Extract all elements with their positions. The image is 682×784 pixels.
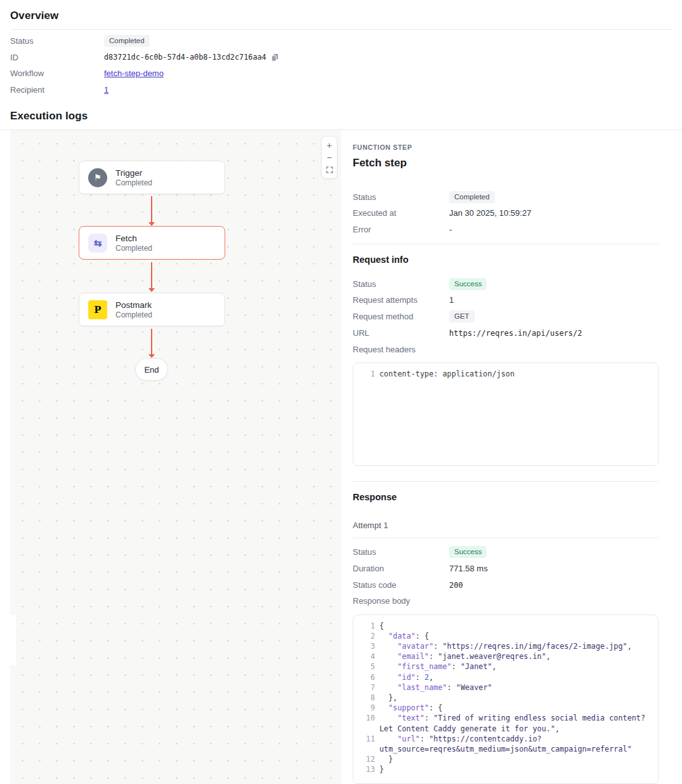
zoom-out-button[interactable]: − bbox=[324, 152, 335, 163]
duration-label: Duration bbox=[353, 564, 449, 573]
workflow-link[interactable]: fetch-step-demo bbox=[104, 69, 164, 78]
request-info-heading: Request info bbox=[353, 255, 659, 265]
fit-view-icon[interactable] bbox=[324, 164, 335, 176]
execution-logs-section: ⚑ Trigger Completed ⇆ Fetch Completed P … bbox=[0, 130, 682, 784]
url-label: URL bbox=[353, 328, 449, 338]
status-badge: Completed bbox=[104, 35, 150, 47]
code-line: utm_source=reqres&utm_medium=json&utm_ca… bbox=[362, 744, 650, 754]
attempt-label: Attempt 1 bbox=[353, 521, 659, 530]
request-info-rows: Status Success Request attempts 1 Reques… bbox=[353, 276, 659, 357]
code-line: 1{ bbox=[362, 621, 650, 631]
code-line: 10 "text": "Tired of writing endless soc… bbox=[362, 713, 650, 723]
node-title: Postmark bbox=[115, 300, 152, 310]
copy-icon[interactable] bbox=[271, 53, 279, 62]
zoom-in-button[interactable]: + bbox=[324, 140, 335, 151]
response-body-code-block: 1{2 "data": {3 "avatar": "https://reqres… bbox=[353, 615, 659, 784]
url-value: https://reqres.in/api/users/2 bbox=[449, 329, 582, 338]
divider bbox=[353, 481, 659, 482]
overview-id-row: ID d83721dc-6c0b-57d4-a0b8-13cd2c716aa4 bbox=[10, 50, 672, 66]
response-body-label: Response body bbox=[353, 596, 449, 606]
flow-node-end[interactable]: End bbox=[135, 358, 168, 381]
code-line: Let Content Caddy generate it for you.", bbox=[362, 724, 650, 734]
code-line: 1content-type: application/json bbox=[362, 369, 650, 379]
code-line: 3 "avatar": "https://reqres.in/img/faces… bbox=[362, 641, 650, 651]
overview-workflow-row: Workflow fetch-step-demo bbox=[10, 65, 672, 82]
swap-arrows-icon: ⇆ bbox=[88, 234, 107, 253]
workflow-label: Workflow bbox=[10, 69, 104, 78]
request-headers-code-block: 1content-type: application/json bbox=[353, 362, 659, 466]
overview-recipient-row: Recipient 1 bbox=[10, 82, 672, 98]
request-status-label: Status bbox=[353, 279, 449, 289]
workflow-canvas[interactable]: ⚑ Trigger Completed ⇆ Fetch Completed P … bbox=[10, 130, 341, 784]
node-status: Completed bbox=[115, 310, 152, 320]
code-line: 6 "id": 2, bbox=[362, 672, 650, 682]
request-attempts-label: Request attempts bbox=[353, 295, 449, 305]
response-heading: Response bbox=[353, 492, 659, 502]
edge-trigger-fetch bbox=[148, 196, 155, 226]
flow-node-fetch[interactable]: ⇆ Fetch Completed bbox=[79, 226, 225, 260]
code-line: 2 "data": { bbox=[362, 631, 650, 641]
step-status-badge: Completed bbox=[449, 191, 495, 203]
node-title: Trigger bbox=[115, 168, 152, 178]
code-line: 4 "email": "janet.weaver@reqres.in", bbox=[362, 651, 650, 661]
flag-icon: ⚑ bbox=[88, 168, 107, 187]
error-value: - bbox=[449, 225, 659, 234]
execution-logs-heading: Execution logs bbox=[10, 110, 672, 123]
request-method-badge: GET bbox=[449, 310, 475, 322]
code-line: 8 }, bbox=[362, 693, 650, 703]
node-status: Completed bbox=[115, 178, 152, 188]
canvas-zoom-controls: + − bbox=[321, 136, 338, 179]
code-line: 7 "last_name": "Weaver" bbox=[362, 682, 650, 693]
request-headers-label: Request headers bbox=[353, 345, 449, 354]
code-line: 12 } bbox=[362, 754, 650, 764]
error-label: Error bbox=[353, 225, 449, 234]
flow-node-postmark[interactable]: P Postmark Completed bbox=[79, 293, 225, 326]
code-line: 9 "support": { bbox=[362, 703, 650, 713]
postmark-logo-icon: P bbox=[88, 300, 107, 319]
request-status-badge: Success bbox=[449, 278, 487, 290]
recipient-label: Recipient bbox=[10, 85, 104, 95]
end-label: End bbox=[144, 365, 159, 375]
duration-value: 771.58 ms bbox=[449, 564, 659, 573]
status-label: Status bbox=[10, 36, 104, 46]
step-detail-panel: FUNCTION STEP Fetch step Status Complete… bbox=[353, 130, 659, 783]
step-title: Fetch step bbox=[353, 157, 659, 169]
code-line: 11 "url": "https://contentcaddy.io? bbox=[362, 734, 650, 744]
transaction-id: d83721dc-6c0b-57d4-a0b8-13cd2c716aa4 bbox=[104, 53, 266, 62]
code-line: 13} bbox=[362, 764, 650, 774]
overview-rows: Status Completed ID d83721dc-6c0b-57d4-a… bbox=[10, 33, 672, 98]
request-method-label: Request method bbox=[353, 312, 449, 321]
response-status-badge: Success bbox=[449, 546, 487, 558]
request-attempts-value: 1 bbox=[449, 295, 659, 305]
overview-status-row: Status Completed bbox=[10, 33, 672, 50]
edge-fetch-postmark bbox=[148, 262, 155, 292]
response-rows: Status Success Duration 771.58 ms Status… bbox=[353, 544, 659, 609]
id-label: ID bbox=[10, 53, 104, 62]
overview-section: Overview Status Completed ID d83721dc-6c… bbox=[0, 0, 682, 123]
canvas-edge-panel bbox=[10, 615, 16, 665]
status-code-value: 200 bbox=[449, 581, 463, 590]
node-title: Fetch bbox=[115, 233, 152, 244]
flow-node-trigger[interactable]: ⚑ Trigger Completed bbox=[79, 161, 225, 194]
divider bbox=[353, 538, 659, 538]
recipient-link[interactable]: 1 bbox=[104, 85, 108, 95]
executed-at-label: Executed at bbox=[353, 208, 449, 218]
divider bbox=[353, 244, 659, 244]
step-summary-rows: Status Completed Executed at Jan 30 2025… bbox=[353, 189, 659, 237]
overview-heading: Overview bbox=[10, 0, 672, 22]
status-label: Status bbox=[353, 192, 449, 202]
executed-at-value: Jan 30 2025, 10:59:27 bbox=[449, 208, 659, 218]
code-line: 5 "first_name": "Janet", bbox=[362, 661, 650, 672]
status-code-label: Status code bbox=[353, 580, 449, 590]
step-type-kicker: FUNCTION STEP bbox=[353, 143, 659, 151]
divider bbox=[10, 29, 672, 30]
edge-postmark-end bbox=[148, 329, 155, 358]
response-status-label: Status bbox=[353, 547, 449, 557]
node-status: Completed bbox=[115, 244, 152, 253]
